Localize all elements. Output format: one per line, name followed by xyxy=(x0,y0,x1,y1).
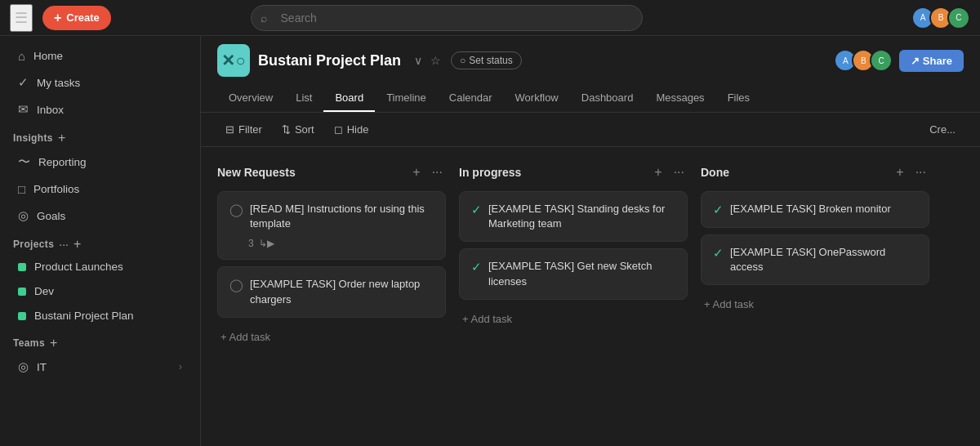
project-star-button[interactable]: ☆ xyxy=(429,52,443,69)
home-icon: ⌂ xyxy=(18,49,25,63)
reporting-icon: 〜 xyxy=(18,154,30,170)
tab-files[interactable]: Files xyxy=(716,85,761,112)
sidebar-item-label: Product Launches xyxy=(34,261,123,273)
tab-calendar[interactable]: Calendar xyxy=(438,85,504,112)
add-task-label: + Add task xyxy=(704,298,754,310)
sidebar-item-label: IT xyxy=(37,361,47,373)
task-check-icon: ◯ xyxy=(229,278,243,292)
add-task-button[interactable]: + Add task xyxy=(217,324,446,350)
content-area: ✕○ Bustani Project Plan ∨ ☆ ○ Set status… xyxy=(201,36,980,446)
header-avatar-group: A B C xyxy=(834,49,893,72)
sidebar-item-portfolios[interactable]: □ Portfolios xyxy=(5,176,195,202)
teams-add-button[interactable]: + xyxy=(50,337,57,350)
project-title-controls: ∨ ☆ xyxy=(412,52,443,69)
search-input[interactable] xyxy=(251,5,643,31)
projects-add-button[interactable]: + xyxy=(74,238,81,251)
board-area: New Requests + ··· ◯ [READ ME] Instructi… xyxy=(201,147,980,446)
header-right-actions: A B C ↗ Share xyxy=(834,49,964,72)
main-layout: ⌂ Home ✓ My tasks ✉ Inbox Insights + 〜 R… xyxy=(0,36,980,446)
column-more-button[interactable]: ··· xyxy=(912,163,929,181)
add-task-button[interactable]: + Add task xyxy=(701,292,929,317)
project-header: ✕○ Bustani Project Plan ∨ ☆ ○ Set status… xyxy=(201,36,980,113)
sidebar-item-my-tasks[interactable]: ✓ My tasks xyxy=(5,69,195,96)
add-task-button[interactable]: + Add task xyxy=(459,306,688,332)
sidebar-item-label: Inbox xyxy=(37,104,64,116)
sidebar-item-inbox[interactable]: ✉ Inbox xyxy=(5,96,195,123)
board-column-done: Done + ··· ✓ [EXAMPLE TASK] Broken monit… xyxy=(701,160,929,317)
task-card-content: ✓ [EXAMPLE TASK] Standing desks for Mark… xyxy=(471,202,675,231)
subtask-count: 3 xyxy=(248,238,254,249)
create-label: Create xyxy=(66,11,99,24)
task-card-content: ◯ [READ ME] Instructions for using this … xyxy=(229,202,434,231)
tab-board[interactable]: Board xyxy=(323,85,375,112)
task-title: [EXAMPLE TASK] Order new laptop chargers xyxy=(250,277,434,306)
share-button[interactable]: ↗ Share xyxy=(899,50,964,72)
task-card[interactable]: ✓ [EXAMPLE TASK] Standing desks for Mark… xyxy=(459,191,688,242)
share-icon: ↗ xyxy=(911,55,920,67)
task-card[interactable]: ✓ [EXAMPLE TASK] Broken monitor xyxy=(701,191,929,228)
column-add-button[interactable]: + xyxy=(893,163,906,181)
task-card[interactable]: ◯ [EXAMPLE TASK] Order new laptop charge… xyxy=(217,266,446,317)
project-dot xyxy=(18,288,26,296)
sidebar-item-label: Reporting xyxy=(38,156,87,168)
column-title: New Requests xyxy=(217,166,404,179)
sidebar-item-project-dev[interactable]: Dev xyxy=(5,279,195,303)
task-title: [EXAMPLE TASK] OnePassword access xyxy=(730,245,917,274)
task-card-content: ✓ [EXAMPLE TASK] OnePassword access xyxy=(713,245,917,274)
inbox-icon: ✉ xyxy=(18,102,29,117)
tab-messages[interactable]: Messages xyxy=(644,85,715,112)
hide-label: Hide xyxy=(347,123,369,136)
board-column-new-requests: New Requests + ··· ◯ [READ ME] Instructi… xyxy=(217,160,446,350)
hide-icon: ◻ xyxy=(334,123,343,136)
insights-add-button[interactable]: + xyxy=(58,132,65,145)
tab-workflow[interactable]: Workflow xyxy=(504,85,570,112)
column-header: In progress + ··· xyxy=(459,160,688,185)
task-card[interactable]: ✓ [EXAMPLE TASK] Get new Sketch licenses xyxy=(459,248,688,299)
projects-more-button[interactable]: ··· xyxy=(59,238,69,251)
tab-list[interactable]: List xyxy=(284,85,323,112)
add-task-label: + Add task xyxy=(220,331,270,343)
projects-label: Projects xyxy=(13,239,54,250)
share-label: Share xyxy=(923,55,952,67)
project-dropdown-button[interactable]: ∨ xyxy=(412,52,424,69)
column-add-button[interactable]: + xyxy=(409,163,423,181)
insights-section-header: Insights + xyxy=(0,123,200,148)
insights-label: Insights xyxy=(13,132,53,144)
sort-button[interactable]: ⇅ Sort xyxy=(274,119,323,140)
projects-section-header: Projects ··· + xyxy=(0,230,200,254)
sidebar-item-reporting[interactable]: 〜 Reporting xyxy=(5,149,195,176)
sidebar-item-label: Portfolios xyxy=(33,183,79,195)
column-more-button[interactable]: ··· xyxy=(670,163,688,181)
sidebar-item-home[interactable]: ⌂ Home xyxy=(5,43,195,69)
sidebar-item-goals[interactable]: ◎ Goals xyxy=(5,203,195,229)
tab-overview[interactable]: Overview xyxy=(217,85,284,112)
set-status-button[interactable]: ○ Set status xyxy=(451,51,522,69)
hamburger-menu-button[interactable]: ☰ xyxy=(10,4,33,32)
sidebar-item-project-product-launches[interactable]: Product Launches xyxy=(5,255,195,279)
task-check-icon: ◯ xyxy=(229,203,243,217)
column-header: New Requests + ··· xyxy=(217,160,446,185)
create-section-button[interactable]: Cre... xyxy=(921,119,964,140)
tab-dashboard[interactable]: Dashboard xyxy=(570,85,645,112)
column-add-button[interactable]: + xyxy=(651,163,665,181)
task-check-icon: ✓ xyxy=(713,246,724,261)
sidebar-item-team-it[interactable]: ◎ IT › xyxy=(5,354,195,380)
task-card[interactable]: ✓ [EXAMPLE TASK] OnePassword access xyxy=(701,234,929,285)
hide-button[interactable]: ◻ Hide xyxy=(326,119,377,140)
topbar: ☰ + Create ⌕ A B C xyxy=(0,0,980,36)
create-button[interactable]: + Create xyxy=(42,6,111,30)
filter-icon: ⊟ xyxy=(225,123,234,136)
task-check-icon: ✓ xyxy=(471,203,482,217)
task-check-icon: ✓ xyxy=(471,260,482,274)
create-label: Cre... xyxy=(929,123,956,136)
filter-button[interactable]: ⊟ Filter xyxy=(217,119,270,140)
column-more-button[interactable]: ··· xyxy=(429,163,446,181)
tab-timeline[interactable]: Timeline xyxy=(375,85,438,112)
status-circle-icon: ○ xyxy=(460,55,466,66)
portfolios-icon: □ xyxy=(18,182,25,196)
task-title: [EXAMPLE TASK] Get new Sketch licenses xyxy=(488,259,675,288)
project-dot xyxy=(18,263,26,271)
sidebar-item-project-bustani[interactable]: Bustani Project Plan xyxy=(5,304,195,328)
task-card[interactable]: ◯ [READ ME] Instructions for using this … xyxy=(217,191,446,260)
nav-tabs: Overview List Board Timeline Calendar Wo… xyxy=(217,85,964,112)
